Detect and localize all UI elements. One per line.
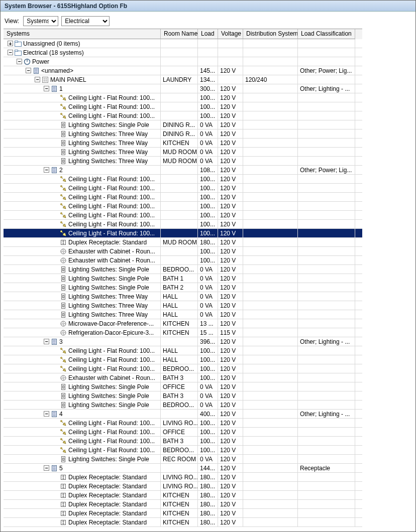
col-class[interactable]: Load Classification <box>298 29 355 39</box>
cell-load[interactable]: 0 VA <box>198 292 218 301</box>
cell-classification[interactable]: Other; Power; Lig... <box>298 166 355 174</box>
cell-room[interactable]: BEDROO... <box>161 265 198 274</box>
cell-distribution[interactable] <box>243 157 298 165</box>
cell-classification[interactable] <box>298 157 355 165</box>
cell-distribution[interactable] <box>243 184 298 192</box>
view-type-select[interactable]: Systems <box>23 16 58 26</box>
cell-classification[interactable] <box>298 175 355 183</box>
cell-load[interactable]: 180... <box>198 509 218 517</box>
cell-voltage[interactable]: 120 V <box>218 373 243 382</box>
tree-row[interactable]: Duplex Receptacle: StandardKITCHEN180...… <box>4 500 362 509</box>
cell-voltage[interactable]: 120 V <box>218 193 243 201</box>
cell-load[interactable]: 100... <box>198 346 218 355</box>
cell-systems[interactable]: Exhauster with Cabinet - Roun... <box>4 373 161 382</box>
cell-room[interactable]: LAUNDRY <box>161 75 198 84</box>
cell-room[interactable] <box>161 410 198 418</box>
cell-room[interactable]: LIVING RO... <box>161 482 198 490</box>
cell-room[interactable]: DINING R... <box>161 129 198 138</box>
cell-classification[interactable] <box>298 373 355 382</box>
cell-voltage[interactable]: 120 V <box>218 84 243 93</box>
cell-room[interactable] <box>161 66 198 75</box>
cell-voltage[interactable]: 120 V <box>218 446 243 454</box>
cell-load[interactable]: 180... <box>198 238 218 246</box>
cell-distribution[interactable] <box>243 48 298 57</box>
cell-load[interactable]: 100... <box>198 373 218 382</box>
cell-load[interactable]: 0 VA <box>198 265 218 274</box>
tree-row[interactable]: −2108...120 VOther; Power; Lig... <box>4 166 362 175</box>
cell-load[interactable]: 100... <box>198 193 218 201</box>
cell-room[interactable] <box>161 229 198 237</box>
cell-voltage[interactable]: 120 V <box>218 482 243 490</box>
cell-classification[interactable] <box>298 102 355 111</box>
cell-voltage[interactable]: 120 V <box>218 319 243 328</box>
cell-room[interactable]: BATH 1 <box>161 274 198 283</box>
tree-row[interactable]: Lighting Switches: Single PoleBATH 10 VA… <box>4 274 362 283</box>
tree-row[interactable]: Lighting Switches: Three WayHALL0 VA120 … <box>4 292 362 301</box>
cell-distribution[interactable] <box>243 283 298 292</box>
tree-row[interactable]: Ceiling Light - Flat Round: 100...LIVING… <box>4 419 362 428</box>
tree-row[interactable]: Ceiling Light - Flat Round: 100...BATH 3… <box>4 437 362 446</box>
cell-room[interactable]: OFFICE <box>161 382 198 391</box>
cell-distribution[interactable] <box>243 193 298 201</box>
cell-room[interactable]: DINING R... <box>161 120 198 129</box>
collapse-icon[interactable]: − <box>44 167 49 173</box>
tree-row[interactable]: Ceiling Light - Flat Round: 100...100...… <box>4 193 362 202</box>
cell-room[interactable]: REC ROOM <box>161 455 198 463</box>
tree-row[interactable]: −4400...120 VOther; Lighting - ... <box>4 410 362 419</box>
cell-distribution[interactable] <box>243 202 298 210</box>
cell-systems[interactable]: Ceiling Light - Flat Round: 100... <box>4 175 161 183</box>
cell-load[interactable]: 0 VA <box>198 120 218 129</box>
cell-distribution[interactable] <box>243 265 298 274</box>
cell-distribution[interactable] <box>243 410 298 418</box>
cell-distribution[interactable] <box>243 319 298 328</box>
cell-systems[interactable]: −Power <box>4 57 161 66</box>
cell-room[interactable]: KITCHEN <box>161 328 198 337</box>
cell-load[interactable] <box>198 48 218 57</box>
cell-voltage[interactable]: 120 V <box>218 247 243 255</box>
cell-room[interactable] <box>161 84 198 93</box>
cell-systems[interactable]: −3 <box>4 337 161 346</box>
cell-voltage[interactable]: 120 V <box>218 111 243 120</box>
cell-voltage[interactable]: 120 V <box>218 66 243 75</box>
cell-distribution[interactable] <box>243 220 298 228</box>
cell-room[interactable] <box>161 175 198 183</box>
cell-room[interactable]: KITCHEN <box>161 491 198 499</box>
tree-row[interactable]: Ceiling Light - Flat Round: 100...100...… <box>4 211 362 220</box>
cell-load[interactable]: 100... <box>198 211 218 219</box>
cell-systems[interactable]: Lighting Switches: Single Pole <box>4 401 161 409</box>
tree-row[interactable]: Duplex Receptacle: StandardKITCHEN180...… <box>4 518 362 527</box>
tree-row[interactable]: Lighting Switches: Three WayHALL0 VA120 … <box>4 310 362 319</box>
cell-classification[interactable] <box>298 473 355 481</box>
cell-voltage[interactable]: 120 V <box>218 256 243 264</box>
cell-voltage[interactable] <box>218 39 243 48</box>
cell-distribution[interactable] <box>243 509 298 517</box>
cell-systems[interactable]: Ceiling Light - Flat Round: 100... <box>4 220 161 228</box>
cell-classification[interactable] <box>298 238 355 246</box>
cell-distribution[interactable] <box>243 382 298 391</box>
cell-distribution[interactable] <box>243 346 298 355</box>
tree-row[interactable]: Ceiling Light - Flat Round: 100...HALL10… <box>4 355 362 364</box>
cell-distribution[interactable] <box>243 328 298 337</box>
col-room[interactable]: Room Name <box>161 29 198 39</box>
cell-distribution[interactable] <box>243 310 298 319</box>
cell-load[interactable]: 100... <box>198 175 218 183</box>
cell-load[interactable]: 0 VA <box>198 401 218 409</box>
tree-row[interactable]: Lighting Switches: Three WayKITCHEN0 VA1… <box>4 139 362 148</box>
tree-row[interactable]: Lighting Switches: Three WayHALL0 VA120 … <box>4 301 362 310</box>
cell-classification[interactable]: Other; Lighting - ... <box>298 337 355 346</box>
collapse-icon[interactable]: − <box>44 465 49 471</box>
cell-load[interactable]: 100... <box>198 428 218 436</box>
cell-distribution[interactable] <box>243 274 298 283</box>
cell-distribution[interactable] <box>243 247 298 255</box>
cell-room[interactable]: BATH 2 <box>161 283 198 292</box>
cell-distribution[interactable] <box>243 337 298 346</box>
cell-classification[interactable]: Other; Lighting - ... <box>298 84 355 93</box>
tree-row[interactable]: −5144...120 VReceptacle <box>4 464 362 473</box>
cell-room[interactable]: KITCHEN <box>161 500 198 508</box>
cell-room[interactable]: BATH 3 <box>161 437 198 445</box>
collapse-icon[interactable]: − <box>26 68 31 73</box>
cell-systems[interactable]: Ceiling Light - Flat Round: 100... <box>4 419 161 427</box>
cell-distribution[interactable] <box>243 482 298 490</box>
cell-room[interactable]: KITCHEN <box>161 509 198 517</box>
cell-systems[interactable]: Microwave-Dacor-Preference-... <box>4 319 161 328</box>
